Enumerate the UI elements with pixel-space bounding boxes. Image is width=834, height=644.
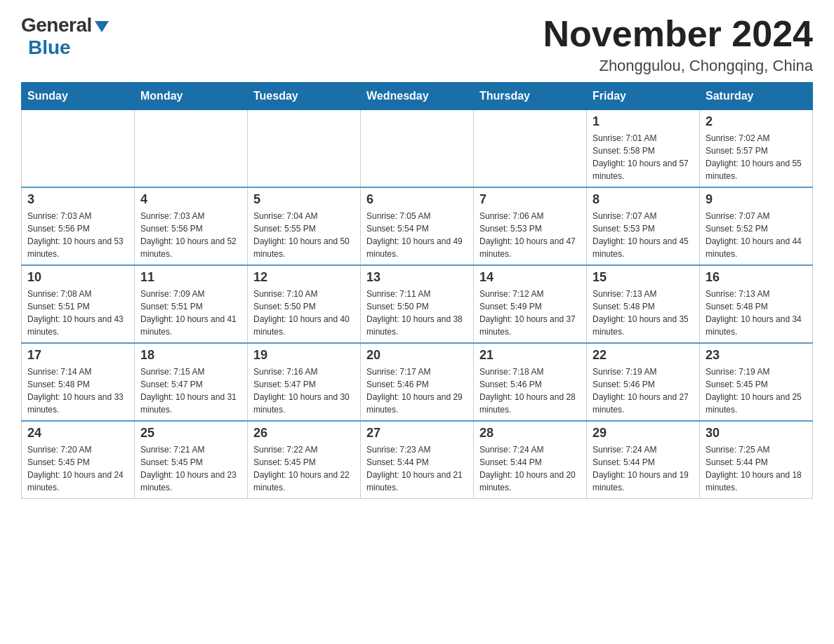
day-info: Sunrise: 7:25 AMSunset: 5:44 PMDaylight:… — [706, 443, 807, 494]
day-number: 26 — [253, 426, 355, 441]
day-number: 28 — [479, 426, 581, 441]
day-info: Sunrise: 7:09 AMSunset: 5:51 PMDaylight:… — [140, 288, 241, 338]
day-info: Sunrise: 7:04 AMSunset: 5:55 PMDaylight:… — [253, 210, 355, 260]
day-info: Sunrise: 7:16 AMSunset: 5:47 PMDaylight:… — [253, 365, 355, 416]
calendar-cell: 2Sunrise: 7:02 AMSunset: 5:57 PMDaylight… — [700, 110, 813, 188]
weekday-header-sunday: Sunday — [22, 83, 135, 110]
day-info: Sunrise: 7:02 AMSunset: 5:57 PMDaylight:… — [706, 132, 807, 182]
day-number: 24 — [27, 426, 128, 441]
day-info: Sunrise: 7:01 AMSunset: 5:58 PMDaylight:… — [593, 132, 694, 182]
day-number: 8 — [593, 192, 694, 207]
calendar-cell: 14Sunrise: 7:12 AMSunset: 5:49 PMDayligh… — [474, 265, 587, 343]
month-title: November 2024 — [543, 14, 813, 54]
day-info: Sunrise: 7:17 AMSunset: 5:46 PMDaylight:… — [366, 365, 468, 416]
weekday-header-wednesday: Wednesday — [361, 83, 474, 110]
day-info: Sunrise: 7:19 AMSunset: 5:46 PMDaylight:… — [593, 365, 694, 416]
day-number: 16 — [706, 270, 807, 285]
day-number: 6 — [366, 192, 468, 207]
day-number: 12 — [253, 270, 355, 285]
calendar-cell: 20Sunrise: 7:17 AMSunset: 5:46 PMDayligh… — [361, 343, 474, 421]
calendar-cell: 19Sunrise: 7:16 AMSunset: 5:47 PMDayligh… — [248, 343, 361, 421]
day-number: 11 — [140, 270, 241, 285]
day-info: Sunrise: 7:21 AMSunset: 5:45 PMDaylight:… — [140, 443, 241, 494]
day-info: Sunrise: 7:06 AMSunset: 5:53 PMDaylight:… — [479, 210, 581, 260]
day-info: Sunrise: 7:23 AMSunset: 5:44 PMDaylight:… — [366, 443, 468, 494]
day-number: 15 — [593, 270, 694, 285]
weekday-header-thursday: Thursday — [474, 83, 587, 110]
title-section: November 2024 Zhonggulou, Chongqing, Chi… — [543, 14, 813, 75]
calendar-cell: 6Sunrise: 7:05 AMSunset: 5:54 PMDaylight… — [361, 187, 474, 265]
calendar-cell: 25Sunrise: 7:21 AMSunset: 5:45 PMDayligh… — [135, 421, 248, 499]
calendar-cell: 23Sunrise: 7:19 AMSunset: 5:45 PMDayligh… — [700, 343, 813, 421]
day-info: Sunrise: 7:12 AMSunset: 5:49 PMDaylight:… — [479, 288, 581, 338]
calendar-cell: 18Sunrise: 7:15 AMSunset: 5:47 PMDayligh… — [135, 343, 248, 421]
calendar-cell — [22, 110, 135, 188]
day-info: Sunrise: 7:13 AMSunset: 5:48 PMDaylight:… — [593, 288, 694, 338]
calendar-cell: 1Sunrise: 7:01 AMSunset: 5:58 PMDaylight… — [587, 110, 700, 188]
day-number: 4 — [140, 192, 241, 207]
calendar-cell: 26Sunrise: 7:22 AMSunset: 5:45 PMDayligh… — [248, 421, 361, 499]
day-info: Sunrise: 7:05 AMSunset: 5:54 PMDaylight:… — [366, 210, 468, 260]
day-number: 25 — [140, 426, 241, 441]
calendar-cell: 28Sunrise: 7:24 AMSunset: 5:44 PMDayligh… — [474, 421, 587, 499]
calendar-cell — [135, 110, 248, 188]
day-info: Sunrise: 7:11 AMSunset: 5:50 PMDaylight:… — [366, 288, 468, 338]
weekday-header-monday: Monday — [135, 83, 248, 110]
calendar-cell: 24Sunrise: 7:20 AMSunset: 5:45 PMDayligh… — [22, 421, 135, 499]
day-info: Sunrise: 7:03 AMSunset: 5:56 PMDaylight:… — [27, 210, 128, 260]
logo-triangle-icon — [95, 21, 109, 32]
day-number: 9 — [706, 192, 807, 207]
weekday-header-friday: Friday — [587, 83, 700, 110]
logo-blue-text: Blue — [28, 36, 71, 59]
calendar-cell: 9Sunrise: 7:07 AMSunset: 5:52 PMDaylight… — [700, 187, 813, 265]
calendar-cell: 12Sunrise: 7:10 AMSunset: 5:50 PMDayligh… — [248, 265, 361, 343]
calendar-week-row: 17Sunrise: 7:14 AMSunset: 5:48 PMDayligh… — [22, 343, 813, 421]
logo: General Blue — [21, 14, 109, 59]
day-number: 10 — [27, 270, 128, 285]
calendar-cell: 5Sunrise: 7:04 AMSunset: 5:55 PMDaylight… — [248, 187, 361, 265]
calendar-cell: 21Sunrise: 7:18 AMSunset: 5:46 PMDayligh… — [474, 343, 587, 421]
day-info: Sunrise: 7:15 AMSunset: 5:47 PMDaylight:… — [140, 365, 241, 416]
calendar-cell — [248, 110, 361, 188]
day-number: 17 — [27, 348, 128, 363]
day-info: Sunrise: 7:19 AMSunset: 5:45 PMDaylight:… — [706, 365, 807, 416]
day-info: Sunrise: 7:03 AMSunset: 5:56 PMDaylight:… — [140, 210, 241, 260]
page-header: General Blue November 2024 Zhonggulou, C… — [21, 14, 813, 75]
day-number: 14 — [479, 270, 581, 285]
calendar-cell: 13Sunrise: 7:11 AMSunset: 5:50 PMDayligh… — [361, 265, 474, 343]
day-number: 19 — [253, 348, 355, 363]
day-info: Sunrise: 7:14 AMSunset: 5:48 PMDaylight:… — [27, 365, 128, 416]
day-number: 30 — [706, 426, 807, 441]
weekday-header-saturday: Saturday — [700, 83, 813, 110]
weekday-header-row: SundayMondayTuesdayWednesdayThursdayFrid… — [22, 83, 813, 110]
day-number: 2 — [706, 114, 807, 129]
weekday-header-tuesday: Tuesday — [248, 83, 361, 110]
calendar-cell: 4Sunrise: 7:03 AMSunset: 5:56 PMDaylight… — [135, 187, 248, 265]
calendar-cell — [474, 110, 587, 188]
calendar-week-row: 10Sunrise: 7:08 AMSunset: 5:51 PMDayligh… — [22, 265, 813, 343]
day-info: Sunrise: 7:24 AMSunset: 5:44 PMDaylight:… — [479, 443, 581, 494]
day-number: 18 — [140, 348, 241, 363]
calendar-week-row: 1Sunrise: 7:01 AMSunset: 5:58 PMDaylight… — [22, 110, 813, 188]
calendar-cell: 22Sunrise: 7:19 AMSunset: 5:46 PMDayligh… — [587, 343, 700, 421]
day-info: Sunrise: 7:18 AMSunset: 5:46 PMDaylight:… — [479, 365, 581, 416]
calendar-cell: 16Sunrise: 7:13 AMSunset: 5:48 PMDayligh… — [700, 265, 813, 343]
day-info: Sunrise: 7:08 AMSunset: 5:51 PMDaylight:… — [27, 288, 128, 338]
logo-general-text: General — [21, 14, 92, 36]
calendar-cell: 7Sunrise: 7:06 AMSunset: 5:53 PMDaylight… — [474, 187, 587, 265]
day-info: Sunrise: 7:07 AMSunset: 5:53 PMDaylight:… — [593, 210, 694, 260]
day-info: Sunrise: 7:10 AMSunset: 5:50 PMDaylight:… — [253, 288, 355, 338]
location-title: Zhonggulou, Chongqing, China — [543, 57, 813, 75]
calendar-cell: 27Sunrise: 7:23 AMSunset: 5:44 PMDayligh… — [361, 421, 474, 499]
day-number: 5 — [253, 192, 355, 207]
day-number: 21 — [479, 348, 581, 363]
calendar-cell: 17Sunrise: 7:14 AMSunset: 5:48 PMDayligh… — [22, 343, 135, 421]
day-number: 3 — [27, 192, 128, 207]
day-number: 22 — [593, 348, 694, 363]
calendar-week-row: 24Sunrise: 7:20 AMSunset: 5:45 PMDayligh… — [22, 421, 813, 499]
day-number: 27 — [366, 426, 468, 441]
calendar-cell: 10Sunrise: 7:08 AMSunset: 5:51 PMDayligh… — [22, 265, 135, 343]
calendar-cell: 8Sunrise: 7:07 AMSunset: 5:53 PMDaylight… — [587, 187, 700, 265]
day-info: Sunrise: 7:13 AMSunset: 5:48 PMDaylight:… — [706, 288, 807, 338]
calendar-table: SundayMondayTuesdayWednesdayThursdayFrid… — [21, 82, 813, 499]
